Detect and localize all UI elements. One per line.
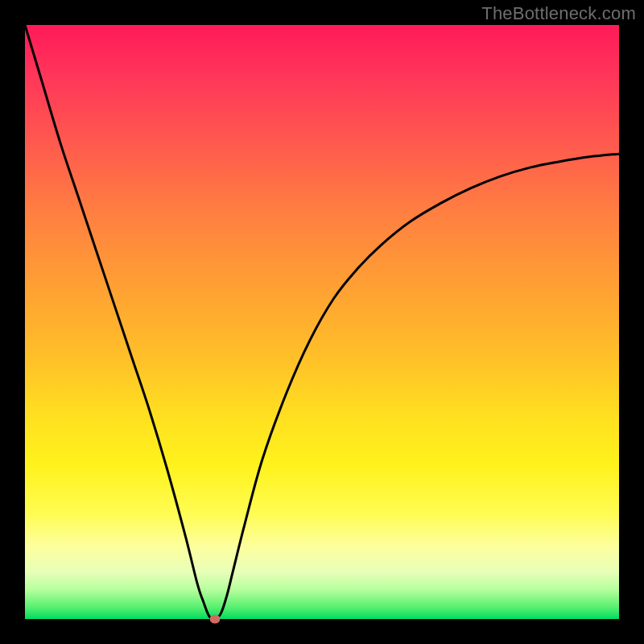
- optimum-marker: [210, 615, 221, 624]
- plot-area: [25, 25, 619, 619]
- bottleneck-curve: [25, 25, 619, 619]
- chart-frame: TheBottleneck.com: [0, 0, 644, 644]
- watermark-text: TheBottleneck.com: [481, 3, 636, 24]
